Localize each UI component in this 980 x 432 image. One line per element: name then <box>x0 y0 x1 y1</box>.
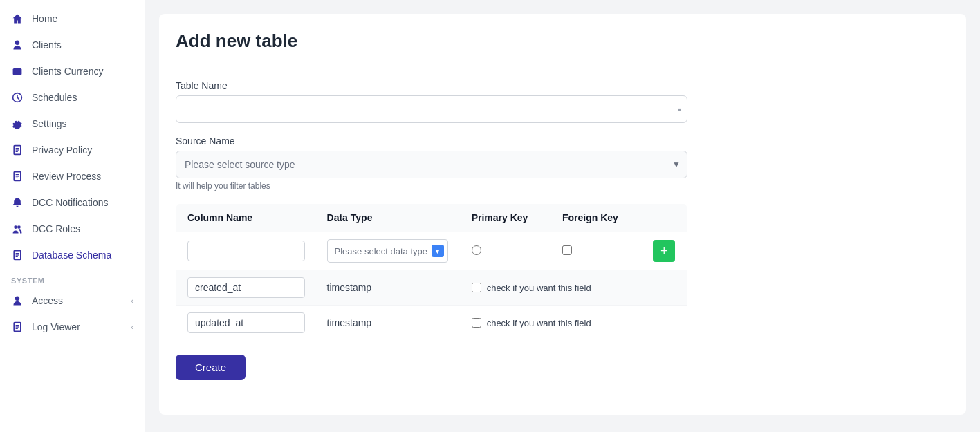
table-row-updated-at: timestamp check if you want this field <box>176 306 687 341</box>
created-at-action-cell <box>642 270 687 306</box>
sidebar-item-label: Privacy Policy <box>32 144 92 156</box>
doc-icon <box>11 144 24 156</box>
chevron-left-icon: ‹ <box>131 297 133 305</box>
bell-icon <box>11 196 24 209</box>
new-row-data-type-select[interactable]: Please select data type varchar integer … <box>327 239 448 263</box>
created-at-column-name-cell <box>176 270 316 306</box>
add-column-button[interactable]: + <box>653 240 675 262</box>
sidebar-item-label: Home <box>32 13 57 24</box>
new-row-column-name-cell <box>176 232 316 270</box>
new-row-foreign-key-checkbox[interactable] <box>562 245 572 255</box>
main-content: Add new table Table Name ▪ Source Name P… <box>145 0 980 432</box>
sidebar-item-label: Database Schema <box>32 250 111 261</box>
source-hint-text: It will help you filter tables <box>176 181 950 191</box>
input-edit-icon: ▪ <box>678 104 681 115</box>
sidebar-item-dcc-roles[interactable]: DCC Roles <box>0 216 145 242</box>
sidebar-item-label: Log Viewer <box>32 321 80 332</box>
col-header-foreign-key: Foreign Key <box>551 204 642 232</box>
new-row-add-cell: + <box>642 232 687 270</box>
sidebar-item-label: Settings <box>32 118 67 129</box>
created-at-data-type-text: timestamp <box>327 282 372 293</box>
divider <box>176 66 950 66</box>
source-name-label: Source Name <box>176 135 950 147</box>
new-row-foreign-key-cell <box>551 232 642 270</box>
page-card: Add new table Table Name ▪ Source Name P… <box>159 14 966 415</box>
sidebar-item-home[interactable]: Home <box>0 6 145 32</box>
users-icon <box>11 223 24 235</box>
page-title: Add new table <box>176 30 950 52</box>
sidebar-item-label: Schedules <box>32 92 77 103</box>
col-header-actions <box>642 204 687 232</box>
source-name-select[interactable]: Please select source type <box>176 151 687 178</box>
sidebar-item-label: DCC Roles <box>32 223 80 234</box>
clock-icon <box>11 91 24 104</box>
create-button[interactable]: Create <box>176 355 246 380</box>
home-icon <box>11 12 24 25</box>
sidebar: Home Clients Clients Currency Schedules … <box>0 0 145 432</box>
sidebar-item-label: Clients Currency <box>32 66 103 77</box>
new-row-data-type-cell: Please select data type varchar integer … <box>316 232 461 270</box>
table-name-label: Table Name <box>176 80 950 91</box>
database-icon <box>11 249 24 261</box>
updated-at-data-type-cell: timestamp <box>316 306 461 341</box>
updated-at-column-name-input[interactable] <box>187 312 305 333</box>
created-at-check-text: check if you want this field <box>487 283 591 293</box>
created-at-column-name-input[interactable] <box>187 277 305 298</box>
updated-at-checkbox[interactable] <box>472 318 481 328</box>
created-at-checkbox[interactable] <box>472 283 481 292</box>
new-row-primary-key-cell <box>461 232 551 270</box>
col-header-column-name: Column Name <box>176 204 316 232</box>
table-row-created-at: timestamp check if you want this field <box>176 270 687 306</box>
sidebar-item-label: Clients <box>32 39 62 50</box>
sidebar-item-dcc-notifications[interactable]: DCC Notifications <box>0 189 145 216</box>
source-name-select-wrapper: Please select source type ▼ <box>176 151 687 178</box>
source-name-group: Source Name Please select source type ▼ … <box>176 135 950 191</box>
sidebar-item-access[interactable]: Access ‹ <box>0 288 145 314</box>
doc2-icon <box>11 170 24 182</box>
sidebar-item-schedules[interactable]: Schedules <box>0 84 145 111</box>
updated-at-check-label: check if you want this field <box>472 318 631 328</box>
list-icon <box>11 321 24 333</box>
col-header-primary-key: Primary Key <box>461 204 551 232</box>
sidebar-item-label: Review Process <box>32 171 101 182</box>
col-header-data-type: Data Type <box>316 204 461 232</box>
sidebar-item-label: Access <box>32 295 63 306</box>
columns-table: Column Name Data Type Primary Key Foreig… <box>176 203 687 341</box>
updated-at-check-cell: check if you want this field <box>461 306 642 341</box>
table-name-input-wrapper[interactable]: ▪ <box>176 95 687 123</box>
sidebar-item-clients-currency[interactable]: Clients Currency <box>0 58 145 84</box>
sidebar-item-privacy-policy[interactable]: Privacy Policy <box>0 137 145 163</box>
new-row-data-type-wrapper: Please select data type varchar integer … <box>327 239 448 263</box>
table-name-input[interactable] <box>183 104 680 115</box>
created-at-check-label: check if you want this field <box>472 283 631 293</box>
svg-rect-0 <box>13 68 22 75</box>
system-section-label: SYSTEM <box>0 268 145 288</box>
table-name-group: Table Name ▪ <box>176 80 950 123</box>
sidebar-item-clients[interactable]: Clients <box>0 32 145 58</box>
sidebar-item-label: DCC Notifications <box>32 197 108 208</box>
sidebar-item-log-viewer[interactable]: Log Viewer ‹ <box>0 314 145 340</box>
created-at-check-cell: check if you want this field <box>461 270 642 306</box>
user-icon <box>11 39 24 51</box>
created-at-data-type-cell: timestamp <box>316 270 461 306</box>
new-column-name-input[interactable] <box>187 241 305 261</box>
updated-at-check-text: check if you want this field <box>487 318 591 328</box>
wallet-icon <box>11 65 24 77</box>
gear-icon <box>11 118 24 130</box>
access-icon <box>11 294 24 307</box>
sidebar-item-review-process[interactable]: Review Process <box>0 163 145 189</box>
new-row-primary-key-radio[interactable] <box>472 245 481 255</box>
chevron-left-icon2: ‹ <box>131 323 133 331</box>
sidebar-item-database-schema[interactable]: Database Schema <box>0 242 145 268</box>
updated-at-data-type-text: timestamp <box>327 317 372 328</box>
updated-at-column-name-cell <box>176 306 316 341</box>
table-header-row: Column Name Data Type Primary Key Foreig… <box>176 204 687 232</box>
sidebar-item-settings[interactable]: Settings <box>0 111 145 137</box>
table-row-new: Please select data type varchar integer … <box>176 232 687 270</box>
updated-at-action-cell <box>642 306 687 341</box>
